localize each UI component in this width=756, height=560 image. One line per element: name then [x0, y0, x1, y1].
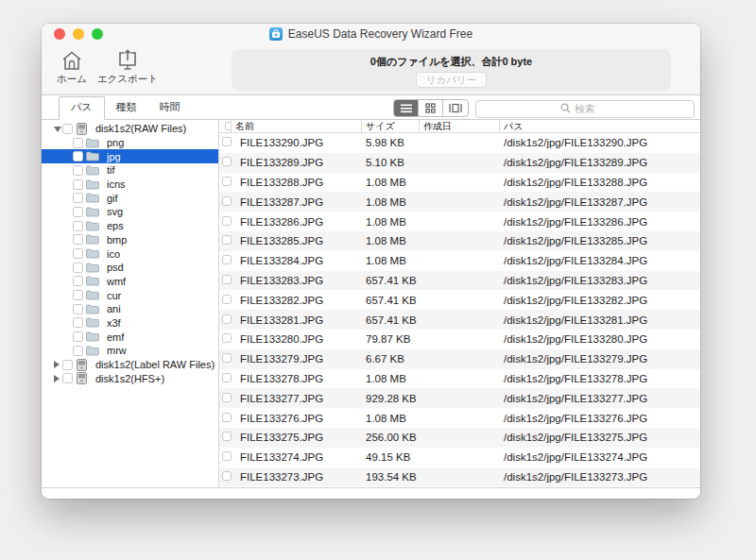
row-checkbox[interactable]: [222, 413, 232, 422]
row-checkbox[interactable]: [222, 196, 232, 206]
row-checkbox[interactable]: [222, 255, 232, 264]
tree-item-bmp[interactable]: bmp: [42, 233, 218, 247]
row-checkbox[interactable]: [222, 333, 232, 343]
table-row[interactable]: FILE133273.JPG193.54 KB/disk1s2/jpg/FILE…: [219, 467, 700, 487]
recover-button[interactable]: リカバリー: [416, 72, 487, 88]
export-button[interactable]: エクスポート: [96, 49, 159, 86]
tree-item-ani[interactable]: ani: [42, 302, 218, 316]
tree-checkbox[interactable]: [73, 317, 83, 328]
table-row[interactable]: FILE133274.JPG49.15 KB/disk1s2/jpg/FILE1…: [219, 448, 700, 467]
minimize-button[interactable]: [73, 28, 84, 40]
table-row[interactable]: FILE133276.JPG1.08 MB/disk1s2/jpg/FILE13…: [219, 408, 700, 428]
row-checkbox[interactable]: [222, 137, 232, 146]
tree-checkbox[interactable]: [62, 360, 73, 370]
row-checkbox[interactable]: [222, 471, 232, 481]
tree-checkbox[interactable]: [73, 179, 83, 190]
table-row[interactable]: FILE133286.JPG1.08 MB/disk1s2/jpg/FILE13…: [219, 212, 700, 231]
tree-item-x3f[interactable]: x3f: [42, 316, 218, 331]
tree-checkbox[interactable]: [73, 207, 83, 217]
row-checkbox[interactable]: [222, 314, 232, 324]
tree-item-ico[interactable]: ico: [42, 246, 218, 261]
row-checkbox[interactable]: [222, 216, 232, 226]
home-button[interactable]: ホーム: [51, 49, 93, 86]
tree-item-eps[interactable]: eps: [42, 219, 218, 233]
row-checkbox[interactable]: [222, 353, 232, 363]
row-checkbox[interactable]: [222, 451, 232, 461]
table-row[interactable]: FILE133280.JPG79.87 KB/disk1s2/jpg/FILE1…: [219, 330, 700, 349]
tab-bar: パス 種類 時間: [42, 95, 700, 120]
row-checkbox[interactable]: [222, 177, 232, 186]
select-all-checkbox[interactable]: [225, 122, 232, 130]
row-checkbox[interactable]: [222, 373, 232, 382]
table-row[interactable]: FILE133277.JPG929.28 KB/disk1s2/jpg/FILE…: [219, 388, 700, 408]
cell-name: FILE133285.JPG: [232, 235, 362, 246]
tree-item-svg[interactable]: svg: [42, 205, 218, 219]
tree-checkbox[interactable]: [73, 346, 83, 356]
table-row[interactable]: FILE133281.JPG657.41 KB/disk1s2/jpg/FILE…: [219, 310, 700, 330]
tree-item-png[interactable]: png: [42, 136, 218, 150]
tree-item-disk1s2-label-raw-files-[interactable]: disk1s2(Label RAW Files): [42, 358, 218, 372]
row-checkbox[interactable]: [222, 393, 232, 402]
tree-item-gif[interactable]: gif: [42, 191, 218, 205]
tree-item-jpg[interactable]: jpg: [42, 149, 218, 163]
coverflow-view-button[interactable]: [443, 100, 468, 116]
cell-name: FILE133288.JPG: [232, 177, 362, 188]
tree-checkbox[interactable]: [62, 373, 73, 383]
tree-item-disk1s2-hfs-[interactable]: disk1s2(HFS+): [42, 371, 218, 385]
tree-checkbox[interactable]: [73, 248, 83, 259]
table-row[interactable]: FILE133290.JPG5.98 KB/disk1s2/jpg/FILE13…: [219, 133, 700, 153]
search-input[interactable]: [475, 100, 695, 118]
tab-type[interactable]: 種類: [105, 97, 148, 119]
tree-checkbox[interactable]: [73, 151, 83, 161]
table-row[interactable]: FILE133275.JPG256.00 KB/disk1s2/jpg/FILE…: [219, 428, 700, 448]
window-bottom-strip: [42, 488, 700, 498]
tree-item-tif[interactable]: tif: [42, 163, 218, 178]
row-checkbox[interactable]: [222, 432, 232, 441]
tree-checkbox[interactable]: [73, 331, 83, 342]
tree-item-mrw[interactable]: mrw: [42, 344, 218, 358]
tree-item-icns[interactable]: icns: [42, 178, 218, 192]
disclosure-triangle[interactable]: [54, 375, 60, 382]
row-checkbox[interactable]: [222, 295, 232, 304]
tree-item-emf[interactable]: emf: [42, 330, 218, 344]
tree-checkbox[interactable]: [73, 193, 83, 203]
row-checkbox[interactable]: [222, 275, 232, 284]
tree-checkbox[interactable]: [73, 165, 83, 176]
table-row[interactable]: FILE133283.JPG657.41 KB/disk1s2/jpg/FILE…: [219, 271, 700, 291]
table-row[interactable]: FILE133284.JPG1.08 MB/disk1s2/jpg/FILE13…: [219, 251, 700, 271]
table-row[interactable]: FILE133279.JPG6.67 KB/disk1s2/jpg/FILE13…: [219, 349, 700, 369]
tab-time[interactable]: 時間: [148, 97, 192, 119]
tree-item-wmf[interactable]: wmf: [42, 275, 218, 289]
tree-checkbox[interactable]: [62, 124, 73, 134]
table-row[interactable]: FILE133278.JPG1.08 MB/disk1s2/jpg/FILE13…: [219, 369, 700, 389]
tree-item-cur[interactable]: cur: [42, 288, 218, 302]
table-row[interactable]: FILE133289.JPG5.10 KB/disk1s2/jpg/FILE13…: [219, 153, 700, 173]
table-row[interactable]: FILE133287.JPG1.08 MB/disk1s2/jpg/FILE13…: [219, 192, 700, 212]
zoom-button[interactable]: [92, 28, 103, 40]
tree-checkbox[interactable]: [73, 221, 83, 231]
tree-checkbox[interactable]: [73, 263, 83, 273]
tree-checkbox[interactable]: [73, 304, 83, 314]
close-button[interactable]: [54, 28, 65, 40]
tree-checkbox[interactable]: [73, 290, 83, 300]
table-row[interactable]: FILE133285.JPG1.08 MB/disk1s2/jpg/FILE13…: [219, 231, 700, 251]
tree-checkbox[interactable]: [73, 138, 83, 148]
tree-item-psd[interactable]: psd: [42, 261, 218, 275]
column-header-path[interactable]: パス: [500, 120, 700, 132]
tree-checkbox[interactable]: [73, 276, 83, 286]
row-checkbox[interactable]: [222, 157, 232, 166]
column-header-size[interactable]: サイズ: [362, 120, 420, 132]
table-row[interactable]: FILE133288.JPG1.08 MB/disk1s2/jpg/FILE13…: [219, 173, 700, 193]
tree-item-disk1s2-raw-files-[interactable]: disk1s2(RAW Files): [42, 122, 218, 136]
column-header-name[interactable]: 名前: [232, 120, 362, 132]
grid-view-button[interactable]: [419, 100, 443, 116]
table-row[interactable]: FILE133282.JPG657.41 KB/disk1s2/jpg/FILE…: [219, 290, 700, 310]
disclosure-triangle[interactable]: [54, 127, 61, 132]
list-view-button[interactable]: [394, 100, 419, 116]
column-header-created[interactable]: 作成日: [420, 120, 500, 132]
tab-path[interactable]: パス: [59, 96, 105, 120]
tree-checkbox[interactable]: [73, 234, 83, 245]
cell-size: 1.08 MB: [362, 413, 420, 424]
row-checkbox[interactable]: [222, 235, 232, 245]
disclosure-triangle[interactable]: [54, 361, 60, 368]
